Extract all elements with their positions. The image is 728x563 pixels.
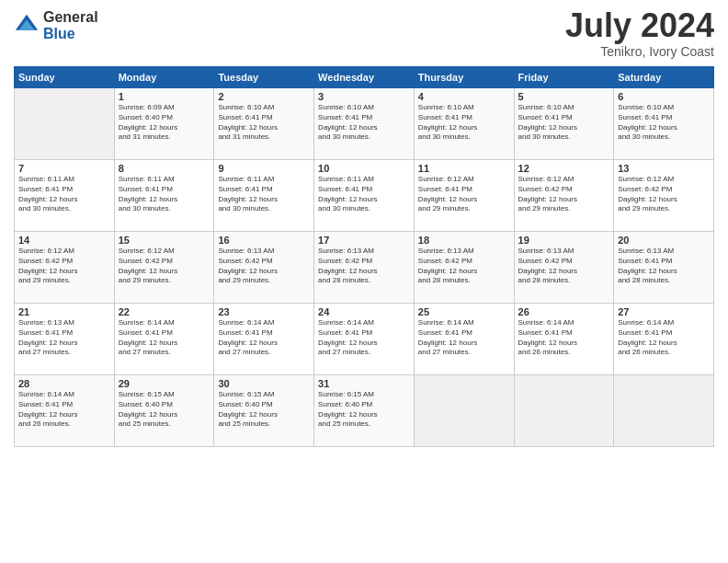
day-number-3: 3 bbox=[318, 91, 410, 102]
day-number-12: 12 bbox=[518, 163, 610, 174]
cell-w3-d1: 22Sunrise: 6:14 AM Sunset: 6:41 PM Dayli… bbox=[114, 304, 214, 375]
month-year-title: July 2024 bbox=[565, 9, 714, 42]
cell-w2-d4: 18Sunrise: 6:13 AM Sunset: 6:42 PM Dayli… bbox=[414, 232, 514, 304]
day-info-31: Sunrise: 6:15 AM Sunset: 6:40 PM Dayligh… bbox=[318, 390, 410, 430]
day-info-26: Sunrise: 6:14 AM Sunset: 6:41 PM Dayligh… bbox=[518, 318, 610, 358]
day-number-4: 4 bbox=[418, 91, 510, 102]
col-saturday: Saturday bbox=[614, 67, 714, 88]
col-friday: Friday bbox=[514, 67, 614, 88]
cell-w0-d6: 6Sunrise: 6:10 AM Sunset: 6:41 PM Daylig… bbox=[614, 88, 714, 160]
week-row-0: 1Sunrise: 6:09 AM Sunset: 6:40 PM Daylig… bbox=[15, 88, 714, 160]
week-row-1: 7Sunrise: 6:11 AM Sunset: 6:41 PM Daylig… bbox=[15, 160, 714, 232]
day-number-18: 18 bbox=[418, 235, 510, 246]
day-info-20: Sunrise: 6:13 AM Sunset: 6:41 PM Dayligh… bbox=[618, 247, 710, 286]
logo-general: General bbox=[43, 9, 98, 26]
col-sunday: Sunday bbox=[15, 67, 115, 88]
calendar-header-row: Sunday Monday Tuesday Wednesday Thursday… bbox=[15, 67, 714, 88]
day-info-19: Sunrise: 6:13 AM Sunset: 6:42 PM Dayligh… bbox=[518, 247, 610, 286]
cell-w2-d1: 15Sunrise: 6:12 AM Sunset: 6:42 PM Dayli… bbox=[114, 232, 214, 304]
cell-w3-d5: 26Sunrise: 6:14 AM Sunset: 6:41 PM Dayli… bbox=[514, 304, 614, 375]
cell-w1-d4: 11Sunrise: 6:12 AM Sunset: 6:41 PM Dayli… bbox=[414, 160, 514, 232]
col-thursday: Thursday bbox=[414, 67, 514, 88]
day-info-10: Sunrise: 6:11 AM Sunset: 6:41 PM Dayligh… bbox=[318, 175, 410, 214]
logo-blue: Blue bbox=[43, 26, 98, 42]
cell-w0-d3: 3Sunrise: 6:10 AM Sunset: 6:41 PM Daylig… bbox=[314, 88, 415, 160]
col-tuesday: Tuesday bbox=[214, 67, 314, 88]
day-number-24: 24 bbox=[318, 306, 410, 317]
day-info-9: Sunrise: 6:11 AM Sunset: 6:41 PM Dayligh… bbox=[218, 175, 310, 214]
week-row-4: 28Sunrise: 6:14 AM Sunset: 6:41 PM Dayli… bbox=[15, 375, 714, 447]
day-number-31: 31 bbox=[318, 378, 410, 389]
day-number-28: 28 bbox=[18, 378, 110, 389]
cell-w2-d2: 16Sunrise: 6:13 AM Sunset: 6:42 PM Dayli… bbox=[214, 232, 314, 304]
day-number-25: 25 bbox=[418, 306, 510, 317]
cell-w2-d6: 20Sunrise: 6:13 AM Sunset: 6:41 PM Dayli… bbox=[614, 232, 714, 304]
day-info-22: Sunrise: 6:14 AM Sunset: 6:41 PM Dayligh… bbox=[119, 318, 210, 358]
cell-w3-d2: 23Sunrise: 6:14 AM Sunset: 6:41 PM Dayli… bbox=[214, 304, 314, 375]
location-subtitle: Tenikro, Ivory Coast bbox=[565, 44, 714, 59]
cell-w0-d0 bbox=[15, 88, 115, 160]
cell-w3-d0: 21Sunrise: 6:13 AM Sunset: 6:41 PM Dayli… bbox=[15, 304, 115, 375]
day-info-16: Sunrise: 6:13 AM Sunset: 6:42 PM Dayligh… bbox=[218, 247, 310, 286]
cell-w2-d3: 17Sunrise: 6:13 AM Sunset: 6:42 PM Dayli… bbox=[314, 232, 415, 304]
col-monday: Monday bbox=[114, 67, 214, 88]
week-row-2: 14Sunrise: 6:12 AM Sunset: 6:42 PM Dayli… bbox=[15, 232, 714, 304]
day-number-19: 19 bbox=[518, 235, 610, 246]
day-number-1: 1 bbox=[119, 91, 210, 102]
day-info-27: Sunrise: 6:14 AM Sunset: 6:41 PM Dayligh… bbox=[618, 318, 710, 358]
day-number-8: 8 bbox=[119, 163, 210, 174]
cell-w0-d2: 2Sunrise: 6:10 AM Sunset: 6:41 PM Daylig… bbox=[214, 88, 314, 160]
day-number-30: 30 bbox=[218, 378, 310, 389]
day-info-15: Sunrise: 6:12 AM Sunset: 6:42 PM Dayligh… bbox=[119, 247, 210, 286]
week-row-3: 21Sunrise: 6:13 AM Sunset: 6:41 PM Dayli… bbox=[15, 304, 714, 375]
cell-w0-d4: 4Sunrise: 6:10 AM Sunset: 6:41 PM Daylig… bbox=[414, 88, 514, 160]
day-info-14: Sunrise: 6:12 AM Sunset: 6:42 PM Dayligh… bbox=[18, 247, 110, 286]
day-info-24: Sunrise: 6:14 AM Sunset: 6:41 PM Dayligh… bbox=[318, 318, 410, 358]
day-number-21: 21 bbox=[18, 306, 110, 317]
cell-w1-d1: 8Sunrise: 6:11 AM Sunset: 6:41 PM Daylig… bbox=[114, 160, 214, 232]
day-number-26: 26 bbox=[518, 306, 610, 317]
day-number-27: 27 bbox=[618, 306, 710, 317]
day-info-3: Sunrise: 6:10 AM Sunset: 6:41 PM Dayligh… bbox=[318, 103, 410, 143]
logo-icon bbox=[14, 13, 40, 39]
cell-w4-d1: 29Sunrise: 6:15 AM Sunset: 6:40 PM Dayli… bbox=[114, 375, 214, 447]
cell-w2-d0: 14Sunrise: 6:12 AM Sunset: 6:42 PM Dayli… bbox=[15, 232, 115, 304]
cell-w4-d2: 30Sunrise: 6:15 AM Sunset: 6:40 PM Dayli… bbox=[214, 375, 314, 447]
page: General Blue July 2024 Tenikro, Ivory Co… bbox=[0, 0, 728, 563]
day-number-23: 23 bbox=[218, 306, 310, 317]
day-info-2: Sunrise: 6:10 AM Sunset: 6:41 PM Dayligh… bbox=[218, 103, 310, 143]
cell-w4-d0: 28Sunrise: 6:14 AM Sunset: 6:41 PM Dayli… bbox=[15, 375, 115, 447]
cell-w1-d3: 10Sunrise: 6:11 AM Sunset: 6:41 PM Dayli… bbox=[314, 160, 415, 232]
day-info-5: Sunrise: 6:10 AM Sunset: 6:41 PM Dayligh… bbox=[518, 103, 610, 143]
cell-w1-d0: 7Sunrise: 6:11 AM Sunset: 6:41 PM Daylig… bbox=[15, 160, 115, 232]
day-number-10: 10 bbox=[318, 163, 410, 174]
day-number-7: 7 bbox=[18, 163, 110, 174]
day-info-1: Sunrise: 6:09 AM Sunset: 6:40 PM Dayligh… bbox=[119, 103, 210, 143]
cell-w1-d2: 9Sunrise: 6:11 AM Sunset: 6:41 PM Daylig… bbox=[214, 160, 314, 232]
day-number-5: 5 bbox=[518, 91, 610, 102]
cell-w1-d6: 13Sunrise: 6:12 AM Sunset: 6:42 PM Dayli… bbox=[614, 160, 714, 232]
day-info-4: Sunrise: 6:10 AM Sunset: 6:41 PM Dayligh… bbox=[418, 103, 510, 143]
day-info-29: Sunrise: 6:15 AM Sunset: 6:40 PM Dayligh… bbox=[119, 390, 210, 430]
header: General Blue July 2024 Tenikro, Ivory Co… bbox=[14, 9, 714, 59]
day-info-25: Sunrise: 6:14 AM Sunset: 6:41 PM Dayligh… bbox=[418, 318, 510, 358]
title-block: July 2024 Tenikro, Ivory Coast bbox=[565, 9, 714, 59]
day-info-28: Sunrise: 6:14 AM Sunset: 6:41 PM Dayligh… bbox=[18, 390, 110, 430]
day-number-20: 20 bbox=[618, 235, 710, 246]
day-number-11: 11 bbox=[418, 163, 510, 174]
cell-w2-d5: 19Sunrise: 6:13 AM Sunset: 6:42 PM Dayli… bbox=[514, 232, 614, 304]
calendar-table: Sunday Monday Tuesday Wednesday Thursday… bbox=[14, 66, 714, 447]
cell-w1-d5: 12Sunrise: 6:12 AM Sunset: 6:42 PM Dayli… bbox=[514, 160, 614, 232]
cell-w0-d1: 1Sunrise: 6:09 AM Sunset: 6:40 PM Daylig… bbox=[114, 88, 214, 160]
col-wednesday: Wednesday bbox=[314, 67, 415, 88]
logo: General Blue bbox=[14, 9, 98, 41]
cell-w0-d5: 5Sunrise: 6:10 AM Sunset: 6:41 PM Daylig… bbox=[514, 88, 614, 160]
cell-w4-d4 bbox=[414, 375, 514, 447]
day-number-13: 13 bbox=[618, 163, 710, 174]
cell-w4-d5 bbox=[514, 375, 614, 447]
day-info-23: Sunrise: 6:14 AM Sunset: 6:41 PM Dayligh… bbox=[218, 318, 310, 358]
day-info-17: Sunrise: 6:13 AM Sunset: 6:42 PM Dayligh… bbox=[318, 247, 410, 286]
day-info-11: Sunrise: 6:12 AM Sunset: 6:41 PM Dayligh… bbox=[418, 175, 510, 214]
day-info-12: Sunrise: 6:12 AM Sunset: 6:42 PM Dayligh… bbox=[518, 175, 610, 214]
day-number-29: 29 bbox=[119, 378, 210, 389]
